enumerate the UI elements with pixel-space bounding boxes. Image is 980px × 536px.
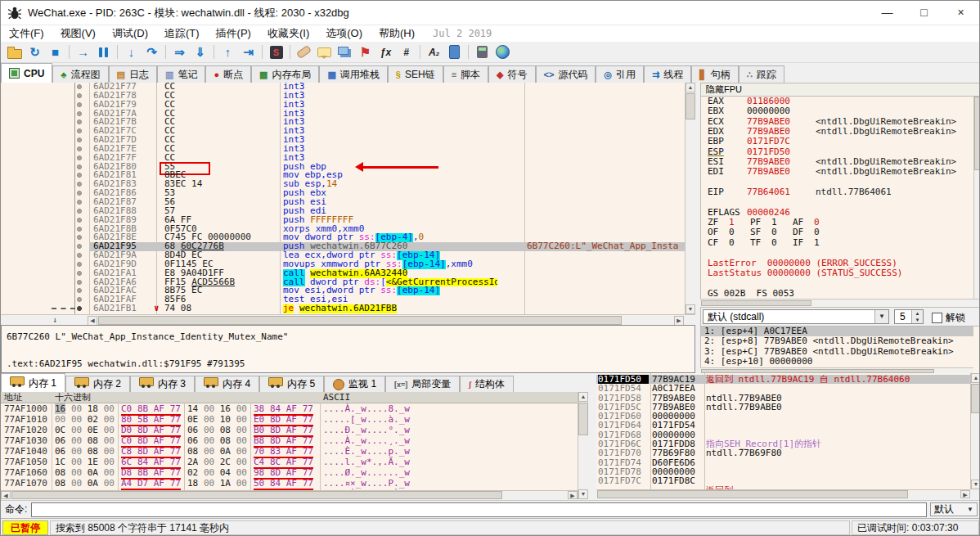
flags-row[interactable]: ZF1PF1AF0: [701, 218, 973, 227]
tab-dump[interactable]: 内存 3: [130, 376, 195, 392]
stack-row[interactable]: 0171FD7077B69F80ntdll.77B69F80: [596, 448, 970, 457]
stack-vscrollbar[interactable]: ▲ ▼: [970, 373, 980, 489]
tab-locals[interactable]: [x=]局部变量: [385, 376, 460, 392]
stepper-arrows[interactable]: ▲▼: [911, 310, 923, 323]
memory-dump-view[interactable]: 地址十六进制ASCII77AF100016 00 18 00C0 8B AF 7…: [1, 392, 578, 492]
tab-dump[interactable]: 内存 4: [195, 376, 259, 392]
breakpoint-dot[interactable]: [77, 191, 82, 196]
run-to-user-code-icon-button[interactable]: ⇥: [239, 43, 258, 61]
tab-struct[interactable]: ∫结构体: [460, 376, 513, 392]
argument-row[interactable]: 2: [esp+8] 77B9ABE0 <ntdll.DbgUiRemoteBr…: [701, 336, 973, 346]
breakpoint-dot[interactable]: [77, 271, 82, 276]
dump-vscrollbar[interactable]: ▲ ▼: [578, 392, 588, 499]
menu-item[interactable]: 插件(P): [208, 26, 259, 40]
register-row[interactable]: EFLAGS00000246: [701, 208, 973, 218]
register-row[interactable]: EBX00000000: [701, 106, 973, 116]
breakpoint-dot[interactable]: [77, 227, 82, 232]
scroll-thumb[interactable]: [686, 93, 695, 119]
dump-row[interactable]: 77AF10200C 00 0E 00D0 8D AF 7706 00 08 0…: [1, 425, 578, 435]
breakpoint-dot[interactable]: [77, 111, 82, 116]
breakpoint-dot[interactable]: [77, 262, 82, 267]
tab-dump[interactable]: 内存 1: [1, 373, 65, 392]
step-into-icon-button[interactable]: ↓: [122, 43, 141, 61]
internet-icon-button[interactable]: [493, 43, 512, 61]
execute-till-return-icon-button[interactable]: ⇓: [191, 43, 209, 61]
scroll-thumb[interactable]: [974, 97, 980, 170]
args-hscrollbar[interactable]: [700, 367, 973, 373]
stack-row[interactable]: 0171FD54A0C17EEA: [596, 384, 970, 393]
menu-item[interactable]: 帮助(H): [371, 26, 423, 40]
tab-graph[interactable]: ♣流程图: [52, 65, 108, 83]
register-row[interactable]: EIP77B64061ntdll.77B64061: [701, 187, 973, 197]
breakpoint-dot[interactable]: [77, 93, 82, 98]
command-input[interactable]: [31, 502, 927, 517]
scroll-up-arrow[interactable]: ▲: [686, 83, 695, 92]
pause-icon-button[interactable]: [94, 43, 113, 61]
unlock-checkbox[interactable]: 解锁: [932, 311, 965, 325]
register-row[interactable]: EDI77B9ABE0<ntdll.DbgUiRemoteBreakin>: [701, 167, 973, 177]
tab-memory-map[interactable]: ▦内存布局: [251, 65, 319, 83]
flags-row[interactable]: OF0SF0DF0: [701, 227, 973, 237]
scroll-down-arrow[interactable]: ▼: [578, 489, 588, 499]
tab-trace[interactable]: ∴跟踪: [739, 65, 784, 83]
register-text-row[interactable]: LastError 00000000 (ERROR_SUCCESS): [701, 259, 973, 268]
register-row[interactable]: EDX77B9ABE0<ntdll.DbgUiRemoteBreakin>: [701, 127, 973, 137]
tab-handles[interactable]: ▋句柄: [691, 65, 738, 83]
argument-row[interactable]: 4: [esp+10] 00000000: [701, 357, 973, 367]
breakpoint-dot[interactable]: [77, 173, 82, 178]
tab-seh-chain[interactable]: §SEH链: [388, 65, 443, 83]
tab-symbols[interactable]: ◈符号: [488, 65, 535, 83]
registers-vscrollbar[interactable]: [973, 97, 980, 299]
dump-row[interactable]: 77AF107008 00 0A 00A4 D7 AF 7718 00 1A 0…: [1, 478, 578, 489]
menu-item[interactable]: 调试(D): [104, 26, 156, 40]
breakpoint-dot[interactable]: [77, 182, 82, 187]
menu-item[interactable]: 选项(O): [317, 26, 371, 40]
patch-icon-button[interactable]: [294, 43, 313, 61]
s-plugin-icon-button[interactable]: S: [267, 43, 285, 61]
breakpoint-dot[interactable]: [77, 164, 82, 169]
menu-item[interactable]: 收藏夹(I): [259, 26, 317, 40]
breakpoint-dot[interactable]: [77, 306, 82, 311]
maximize-button[interactable]: □: [906, 1, 942, 25]
scroll-down-arrow[interactable]: ▼: [686, 304, 695, 314]
dump-hscrollbar[interactable]: ◀ ▶: [1, 490, 578, 499]
breakpoint-dot[interactable]: [77, 218, 82, 223]
function-icon-button[interactable]: ƒx: [376, 43, 395, 61]
register-row[interactable]: EBP0171FD7C: [701, 137, 973, 146]
case-icon-button[interactable]: A₂: [425, 43, 443, 61]
scroll-thumb[interactable]: [578, 403, 588, 435]
breakpoint-dot[interactable]: [77, 253, 82, 258]
register-text-row[interactable]: LastStatus 00000000 (STATUS_SUCCESS): [701, 268, 973, 278]
minimize-button[interactable]: —: [869, 1, 906, 25]
bookmark-icon-button[interactable]: ⚑: [356, 43, 375, 61]
restart-icon-button[interactable]: ↻: [25, 43, 44, 61]
chevron-down-icon[interactable]: ▼: [874, 310, 888, 323]
tab-breakpoints[interactable]: ●断点: [205, 65, 251, 83]
breakpoint-dot[interactable]: [77, 128, 82, 133]
dump-row[interactable]: 77AF10501C 00 1E 006C 84 AF 772A 00 2C 0…: [1, 457, 578, 467]
menu-item[interactable]: 文件(F): [1, 26, 52, 40]
menu-item[interactable]: 追踪(T): [156, 26, 208, 40]
open-file-icon-button[interactable]: [5, 43, 24, 61]
dump-row[interactable]: 77AF103006 00 08 00C0 8D AF 7706 00 08 0…: [1, 435, 578, 446]
tab-script[interactable]: ≡脚本: [443, 65, 488, 83]
close-button[interactable]: ×: [942, 1, 979, 25]
bottom-splitter[interactable]: [588, 373, 596, 499]
breakpoint-dot[interactable]: [77, 146, 82, 151]
calculator-icon-button[interactable]: [473, 43, 492, 61]
scroll-thumb[interactable]: [11, 491, 502, 499]
run-icon-button[interactable]: →: [74, 43, 92, 61]
breakpoint-dot[interactable]: [77, 297, 82, 302]
stack-view[interactable]: 0171FD5077B9AC19返回到 ntdll.77B9AC19 自 ntd…: [596, 373, 970, 489]
breakpoint-dot[interactable]: [77, 280, 82, 285]
disasm-row[interactable]: 6AD21FB1∨74 08je wechatwin.6AD21FBB: [1, 304, 685, 313]
tab-source[interactable]: <>源代码: [536, 65, 596, 83]
scroll-thumb[interactable]: [597, 490, 908, 498]
breakpoint-dot[interactable]: [77, 137, 82, 142]
breakpoint-dot[interactable]: [77, 235, 82, 240]
scroll-thumb[interactable]: [98, 316, 622, 325]
close-debuggee-icon-button[interactable]: ■: [46, 43, 65, 61]
scroll-up-arrow[interactable]: ▲: [971, 373, 980, 383]
breakpoint-dot[interactable]: [77, 209, 82, 214]
disasm-hscrollbar[interactable]: ◀ ▶: [1, 314, 695, 325]
